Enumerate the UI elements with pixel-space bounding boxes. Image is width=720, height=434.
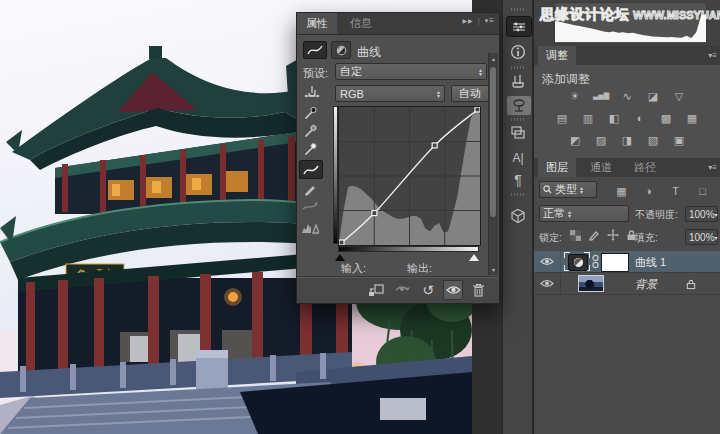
lock-label: 锁定:: [539, 231, 562, 245]
panel-menu-icon[interactable]: ▾≡: [708, 163, 717, 172]
collapse-panel-icon[interactable]: ▶▶: [463, 17, 474, 24]
levels-icon[interactable]: ▃▅▇: [592, 89, 611, 103]
pencil-tool[interactable]: [299, 180, 321, 197]
tab-properties[interactable]: 属性: [297, 13, 337, 34]
color-balance-icon[interactable]: ▥: [579, 111, 598, 125]
3d-panel-icon[interactable]: [506, 206, 530, 225]
photo-filter-icon[interactable]: ◐: [631, 111, 650, 125]
lock-transparency-icon[interactable]: [570, 230, 581, 241]
opacity-field[interactable]: 100% ▾: [685, 206, 718, 222]
layer-name[interactable]: 曲线 1: [635, 255, 666, 270]
vibrance-icon[interactable]: ▽: [670, 89, 689, 103]
blend-mode-value: 正常: [543, 206, 565, 221]
curve-point[interactable]: [339, 240, 344, 245]
channel-mixer-icon[interactable]: ▩: [657, 111, 676, 125]
tab-layers[interactable]: 图层: [538, 158, 576, 177]
clip-to-layer-icon[interactable]: [367, 281, 385, 299]
layer-mask-thumbnail[interactable]: [601, 253, 629, 272]
input-gradient-bar: [338, 246, 479, 252]
image-filter-icon[interactable]: ▦: [612, 184, 631, 198]
posterize-icon[interactable]: ▨: [592, 133, 611, 147]
hue-saturation-icon[interactable]: ▤: [553, 111, 572, 125]
fill-field[interactable]: 100% ▾: [685, 229, 718, 245]
targeted-adjustment-tool[interactable]: [301, 84, 323, 101]
black-point-eyedropper[interactable]: [299, 105, 321, 122]
clone-source-panel-icon[interactable]: [506, 95, 532, 116]
auto-button[interactable]: 自动: [451, 85, 489, 102]
properties-panel: 属性 信息 ▶▶ | ▾≡ 曲线 预设: 自定 ▴▾ RGB ▴▾: [296, 12, 500, 304]
panel-icon-dock: A| ¶: [502, 0, 533, 434]
preset-select[interactable]: 自定 ▴▾: [335, 63, 487, 80]
delete-icon[interactable]: [469, 281, 487, 299]
panel-menu-icon[interactable]: ▾≡: [485, 16, 495, 25]
scroll-down-icon[interactable]: ▾: [489, 266, 498, 273]
layer-visibility-toggle[interactable]: [534, 273, 561, 294]
smooth-curve-tool[interactable]: [299, 197, 321, 214]
fill-value: 100%: [689, 232, 715, 243]
channel-select[interactable]: RGB ▴▾: [335, 85, 445, 102]
clip-to-layer-badge-icon[interactable]: [331, 41, 351, 59]
brush-panel-icon[interactable]: [506, 72, 530, 91]
info-panel-icon[interactable]: [506, 42, 530, 61]
curves-adjustment-thumbnail[interactable]: [568, 254, 588, 271]
character-panel-icon[interactable]: A|: [506, 148, 530, 167]
scroll-up-icon[interactable]: ▴: [489, 55, 498, 62]
layer-name[interactable]: 背景: [635, 277, 657, 292]
dock-grip: [511, 118, 525, 121]
paragraph-glyph: ¶: [514, 172, 522, 188]
invert-icon[interactable]: ◩: [566, 133, 585, 147]
highlight-input-slider[interactable]: [469, 254, 479, 261]
view-previous-state-icon[interactable]: [393, 281, 411, 299]
tab-adjustments[interactable]: 调整: [538, 46, 576, 65]
exposure-icon[interactable]: ◪: [644, 89, 663, 103]
adjustment-filter-icon[interactable]: ◑: [639, 184, 658, 198]
selective-color-icon[interactable]: ▣: [670, 133, 689, 147]
color-lookup-icon[interactable]: ▦: [683, 111, 702, 125]
background-lock-icon: [686, 278, 696, 290]
gray-point-eyedropper[interactable]: [299, 123, 321, 140]
layer-filter-icons: ▦◑T□▣: [612, 184, 720, 198]
brightness-contrast-icon[interactable]: ☀: [566, 89, 585, 103]
lock-pixels-icon[interactable]: [588, 229, 600, 241]
threshold-icon[interactable]: ◨: [618, 133, 637, 147]
reset-icon[interactable]: ↺: [419, 281, 437, 299]
black-white-icon[interactable]: ◧: [605, 111, 624, 125]
layer-row-curves-1[interactable]: 曲线 1: [534, 251, 720, 273]
layer-visibility-toggle[interactable]: [534, 251, 561, 272]
tab-channels[interactable]: 通道: [582, 158, 620, 177]
scrollbar-thumb[interactable]: [490, 67, 496, 217]
properties-panel-icon[interactable]: [506, 16, 532, 37]
shape-filter-icon[interactable]: □: [693, 184, 712, 198]
layer-row-background[interactable]: 背景: [534, 273, 720, 295]
type-filter-icon[interactable]: T: [666, 184, 685, 198]
mask-link-icon[interactable]: [592, 254, 599, 269]
paragraph-panel-icon[interactable]: ¶: [506, 170, 530, 189]
panel-scrollbar[interactable]: ▴ ▾: [488, 53, 498, 275]
background-layer-thumbnail[interactable]: [578, 275, 604, 292]
channel-value: RGB: [340, 88, 437, 100]
adjustment-icons-row-1: ☀▃▅▇∿◪▽: [534, 89, 720, 103]
curve-point[interactable]: [372, 211, 377, 216]
panel-menu-icon[interactable]: ▾≡: [708, 51, 717, 60]
white-point-eyedropper[interactable]: [299, 141, 321, 158]
shadow-input-slider[interactable]: [335, 254, 345, 261]
eye-icon: [540, 279, 554, 288]
gradient-map-icon[interactable]: ▧: [644, 133, 663, 147]
curves-icon[interactable]: ∿: [618, 89, 637, 103]
blend-mode-select[interactable]: 正常 ▴▾: [539, 205, 629, 222]
lock-position-icon[interactable]: [607, 229, 619, 241]
curve-display-options[interactable]: [299, 219, 321, 236]
opacity-label: 不透明度:: [635, 208, 678, 222]
visibility-eye-icon[interactable]: [443, 280, 463, 300]
layer-filter-select[interactable]: 类型 ▴▾: [539, 181, 597, 198]
layer-comps-panel-icon[interactable]: [506, 123, 530, 142]
photoshop-window: 色一天水: [0, 0, 720, 434]
curve-grid[interactable]: [338, 106, 481, 246]
adjustment-icons-row-2: ▤▥◧◐▩▦: [534, 111, 720, 125]
properties-footer: ↺: [297, 276, 499, 303]
tab-info[interactable]: 信息: [341, 13, 381, 34]
edit-points-tool[interactable]: [299, 160, 323, 179]
curve-point[interactable]: [475, 107, 480, 112]
tab-paths[interactable]: 路径: [626, 158, 664, 177]
curve-point[interactable]: [432, 143, 437, 148]
